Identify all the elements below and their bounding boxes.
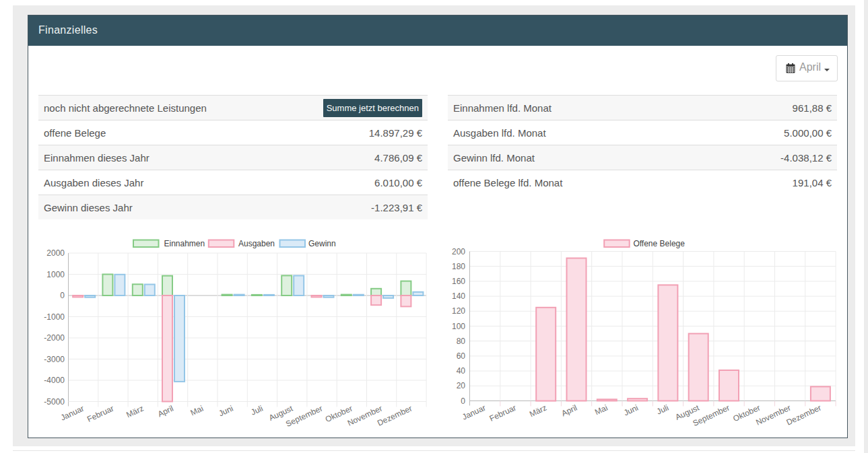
svg-text:Dezember: Dezember [785,403,823,427]
svg-text:100: 100 [452,322,465,331]
svg-text:Offene Belege: Offene Belege [633,239,685,248]
svg-text:Juni: Juni [622,403,640,418]
svg-text:Januar: Januar [59,404,86,423]
svg-text:Juni: Juni [217,404,234,419]
svg-text:Juli: Juli [655,403,670,417]
svg-text:April: April [156,404,175,419]
svg-text:-4000: -4000 [44,376,65,385]
svg-text:Februar: Februar [86,404,115,424]
svg-text:-3000: -3000 [44,355,65,364]
svg-text:120: 120 [452,306,465,316]
svg-text:April: April [560,403,579,419]
svg-text:Mai: Mai [189,404,205,418]
svg-text:80: 80 [457,337,466,346]
svg-text:Februar: Februar [488,403,518,423]
svg-text:Einnahmen: Einnahmen [164,239,205,248]
svg-text:0: 0 [461,396,465,406]
svg-text:Juli: Juli [249,404,264,417]
svg-text:0: 0 [60,291,65,300]
svg-text:40: 40 [457,366,466,376]
svg-text:Ausgaben: Ausgaben [238,239,275,248]
svg-text:Dezember: Dezember [376,404,413,428]
svg-text:Mai: Mai [593,403,609,417]
svg-text:Gewinn: Gewinn [308,239,336,248]
svg-text:-2000: -2000 [44,333,65,343]
svg-text:-1000: -1000 [44,312,65,322]
svg-text:20: 20 [457,381,466,390]
svg-text:200: 200 [452,247,465,256]
svg-text:60: 60 [457,351,466,361]
svg-text:140: 140 [452,291,465,301]
svg-text:Januar: Januar [461,403,487,422]
svg-text:-5000: -5000 [44,397,65,407]
svg-text:1000: 1000 [46,270,65,279]
svg-text:160: 160 [452,277,465,286]
svg-text:2000: 2000 [46,248,65,258]
svg-text:180: 180 [452,262,465,271]
